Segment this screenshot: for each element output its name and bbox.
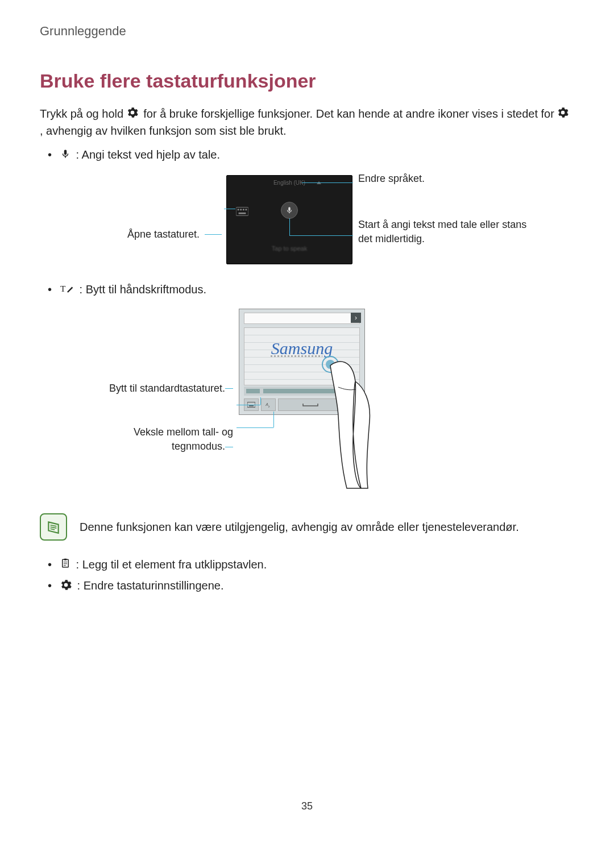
bullet-voice: : Angi tekst ved hjelp av tale.	[40, 147, 574, 164]
tap-to-speak-label: Tap to speak	[227, 244, 352, 253]
open-keyboard-label: Åpne tastaturet.	[127, 229, 200, 240]
voice-panel: English (UK) Tap to speak	[226, 175, 352, 264]
handwriting-figure: Bytt til standardtastaturet. Veksle mell…	[40, 309, 574, 491]
clipboard-icon	[60, 557, 70, 573]
note-text: Denne funksjonen kan være utilgjengelig,…	[80, 513, 519, 535]
mic-button	[281, 202, 298, 219]
bullet-handwriting-text: : Bytt til håndskriftmodus.	[76, 283, 206, 296]
voice-right-labels: Endre språket. Start å angi tekst med ta…	[352, 193, 529, 247]
svg-rect-8	[249, 405, 254, 406]
finger-illustration	[321, 353, 384, 489]
expand-icon: ›	[351, 313, 361, 323]
text-field	[244, 313, 360, 324]
svg-rect-4	[246, 209, 247, 210]
bullet-clipboard-text: : Legg til et element fra utklippstavlen…	[73, 558, 267, 571]
svg-rect-0	[236, 207, 248, 215]
bullet-settings-text: : Endre tastaturinnstillingene.	[74, 579, 224, 592]
voice-language-label: English (UK)	[227, 179, 352, 187]
svg-rect-14	[64, 559, 67, 560]
bullet-handwriting: T : Bytt til håndskriftmodus.	[40, 281, 574, 298]
gear-icon	[60, 579, 72, 595]
intro-text-2: for å bruke forskjellige funksjoner. Det…	[143, 107, 557, 120]
intro-text-3: , avhengig av hvilken funksjon som sist …	[40, 124, 287, 137]
bullet-voice-text: : Angi tekst ved hjelp av tale.	[73, 148, 220, 161]
svg-rect-13	[63, 560, 69, 568]
intro-paragraph: Trykk på og hold for å bruke forskjellig…	[40, 106, 574, 139]
bullet-clipboard: : Legg til et element fra utklippstavlen…	[40, 556, 574, 574]
gear-icon	[557, 106, 569, 122]
svg-rect-2	[240, 209, 242, 210]
breadcrumb: Grunnleggende	[40, 23, 574, 40]
svg-rect-5	[239, 213, 246, 214]
keyboard-icon	[236, 204, 248, 220]
bullet-settings: : Endre tastaturinnstillingene.	[40, 578, 574, 595]
intro-text-1: Trykk på og hold	[40, 107, 127, 120]
start-pause-voice-label: Start å angi tekst med tale eller stans …	[358, 218, 529, 246]
svg-rect-3	[243, 209, 244, 210]
mode-toggle-icon: Az	[261, 398, 276, 411]
svg-text:T: T	[60, 284, 66, 293]
note-callout: Denne funksjonen kan være utilgjengelig,…	[40, 513, 574, 541]
svg-rect-1	[238, 209, 239, 210]
gear-icon	[127, 106, 138, 122]
svg-text:z: z	[268, 405, 270, 408]
note-icon	[40, 513, 67, 541]
handwriting-icon: T	[60, 283, 74, 298]
svg-text:A: A	[265, 402, 268, 407]
page-number: 35	[40, 799, 574, 813]
toggle-number-symbol-label: Veksle mellom tall- og tegnmodus.	[91, 425, 233, 454]
page-title: Bruke flere tastaturfunksjoner	[40, 68, 574, 95]
voice-input-figure: Åpne tastaturet. English (UK) Tap to spe…	[40, 175, 574, 264]
switch-standard-keyboard-label: Bytt til standardtastaturet.	[91, 381, 233, 396]
change-language-label: Endre språket.	[358, 172, 529, 186]
voice-left-label: Åpne tastaturet.	[85, 213, 226, 227]
mic-icon	[60, 148, 70, 164]
